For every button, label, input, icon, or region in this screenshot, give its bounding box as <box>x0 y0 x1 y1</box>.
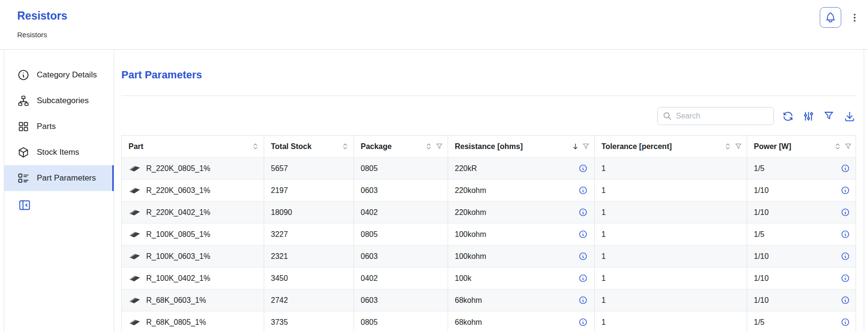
part-name: R_220K_0805_1% <box>146 164 210 173</box>
package-cell: 0805 <box>354 224 448 245</box>
info-circle-icon[interactable] <box>579 164 588 173</box>
sort-icon <box>834 143 841 150</box>
total-stock-cell: 2742 <box>264 289 354 311</box>
column-header-tolerance-percent[interactable]: Tolerance [percent] <box>595 136 747 157</box>
sidebar-item-label: Stock Items <box>37 148 79 157</box>
part-thumbnail <box>129 252 141 261</box>
notifications-button[interactable] <box>820 7 841 28</box>
table-row[interactable]: R_220K_0603_1% 2197 0603 220kohm 1 1/10 <box>122 179 856 201</box>
part-thumbnail <box>129 208 141 217</box>
panel-title: Part Parameters <box>121 69 864 81</box>
package-cell: 0402 <box>354 267 448 289</box>
search-icon <box>663 111 672 121</box>
column-label: Tolerance [percent] <box>601 142 721 151</box>
refresh-icon <box>782 110 794 122</box>
info-circle-icon[interactable] <box>579 296 588 305</box>
table-options-button[interactable] <box>802 109 815 123</box>
info-circle-icon[interactable] <box>579 252 588 261</box>
part-cell: R_100K_0603_1% <box>122 246 264 267</box>
info-circle-icon[interactable] <box>841 252 850 261</box>
resistance-cell: 100kohm <box>448 224 595 245</box>
sidebar-collapse-button[interactable] <box>18 199 31 212</box>
tolerance-cell: 1 <box>595 158 747 179</box>
sidebar-item-label: Parts <box>37 122 56 131</box>
part-name: R_68K_0805_1% <box>146 318 206 327</box>
total-stock-cell: 18090 <box>264 202 354 223</box>
search-input[interactable] <box>676 112 769 120</box>
menu-button[interactable] <box>849 11 860 24</box>
info-circle-icon[interactable] <box>841 318 850 327</box>
power-cell: 1/5 <box>747 158 857 179</box>
tolerance-cell: 1 <box>595 246 747 267</box>
column-header-package[interactable]: Package <box>354 136 448 157</box>
column-header-resistance-ohms[interactable]: Resistance [ohms] <box>448 136 595 157</box>
info-circle-icon[interactable] <box>841 296 850 305</box>
filter-icon <box>823 110 835 122</box>
info-circle-icon[interactable] <box>579 230 588 239</box>
table-row[interactable]: R_68K_0603_1% 2742 0603 68kohm 1 1/10 <box>122 289 856 311</box>
part-name: R_100K_0805_1% <box>146 230 210 239</box>
table-row[interactable]: R_100K_0603_1% 2321 0603 100kohm 1 1/10 <box>122 245 856 267</box>
sort-icon <box>425 143 432 150</box>
part-name: R_220K_0603_1% <box>146 186 210 195</box>
info-circle-icon[interactable] <box>579 208 588 217</box>
table-row[interactable]: R_100K_0402_1% 3450 0402 100k 1 1/10 <box>122 267 856 289</box>
resistance-cell: 100k <box>448 267 595 289</box>
resistance-cell: 100kohm <box>448 246 595 267</box>
part-name: R_100K_0402_1% <box>146 274 210 283</box>
table-row[interactable]: R_220K_0402_1% 18090 0402 220kohm 1 1/10 <box>122 201 856 223</box>
sidebar-nav: Category Details Subcategories Parts Sto… <box>4 62 114 191</box>
total-stock-cell: 2321 <box>264 246 354 267</box>
search-box <box>657 107 774 125</box>
sidebar-item-label: Subcategories <box>37 96 89 106</box>
column-header-part[interactable]: Part <box>122 136 264 157</box>
sidebar-item-category-details[interactable]: Category Details <box>4 62 114 88</box>
resistance-cell: 220kohm <box>448 180 595 201</box>
info-circle-icon[interactable] <box>579 318 588 327</box>
parameters-table: Part Total Stock Package <box>121 135 856 331</box>
download-button[interactable] <box>843 109 856 123</box>
info-circle-icon[interactable] <box>841 274 850 283</box>
power-cell: 1/10 <box>747 289 857 311</box>
box-icon <box>17 146 30 159</box>
info-circle-icon[interactable] <box>841 186 850 195</box>
info-circle-icon[interactable] <box>841 208 850 217</box>
column-header-power-w[interactable]: Power [W] <box>747 136 857 157</box>
filter-button[interactable] <box>822 109 836 123</box>
column-filter-icon[interactable] <box>735 143 742 150</box>
column-header-total-stock[interactable]: Total Stock <box>264 136 354 157</box>
divider <box>121 96 856 96</box>
dots-vertical-icon <box>849 11 860 24</box>
column-filter-icon[interactable] <box>436 143 443 150</box>
table-row[interactable]: R_220K_0805_1% 5657 0805 220kR 1 1/5 <box>122 157 856 179</box>
sidebar-item-subcategories[interactable]: Subcategories <box>4 88 114 114</box>
resistance-cell: 68kohm <box>448 289 595 311</box>
total-stock-cell: 3227 <box>264 224 354 245</box>
info-circle-icon[interactable] <box>579 186 588 195</box>
content-area: Category Details Subcategories Parts Sto… <box>4 50 864 331</box>
column-filter-icon[interactable] <box>582 143 589 150</box>
total-stock-cell: 2197 <box>264 180 354 201</box>
breadcrumb[interactable]: Resistors <box>17 31 47 39</box>
sidebar-item-stock-items[interactable]: Stock Items <box>4 139 114 165</box>
info-circle-icon[interactable] <box>841 230 850 239</box>
sidebar-item-parts[interactable]: Parts <box>4 114 114 139</box>
package-cell: 0603 <box>354 289 448 311</box>
part-name: R_220K_0402_1% <box>146 208 210 217</box>
table-row[interactable]: R_68K_0805_1% 3735 0805 68kohm 1 1/5 <box>122 311 856 331</box>
app-header: Resistors Resistors <box>0 0 868 50</box>
info-circle-icon[interactable] <box>579 274 588 283</box>
sort-icon <box>342 143 349 150</box>
column-label: Part <box>129 142 248 151</box>
refresh-button[interactable] <box>781 109 794 123</box>
package-cell: 0805 <box>354 158 448 179</box>
part-thumbnail <box>129 318 141 327</box>
sort-icon <box>724 143 731 150</box>
column-filter-icon[interactable] <box>845 143 852 150</box>
bell-icon <box>825 11 836 23</box>
resistance-cell: 220kR <box>448 158 595 179</box>
info-circle-icon[interactable] <box>841 164 850 173</box>
table-row[interactable]: R_100K_0805_1% 3227 0805 100kohm 1 1/5 <box>122 223 856 245</box>
sitemap-icon <box>17 95 30 107</box>
sidebar-item-part-parameters[interactable]: Part Parameters <box>4 165 114 191</box>
